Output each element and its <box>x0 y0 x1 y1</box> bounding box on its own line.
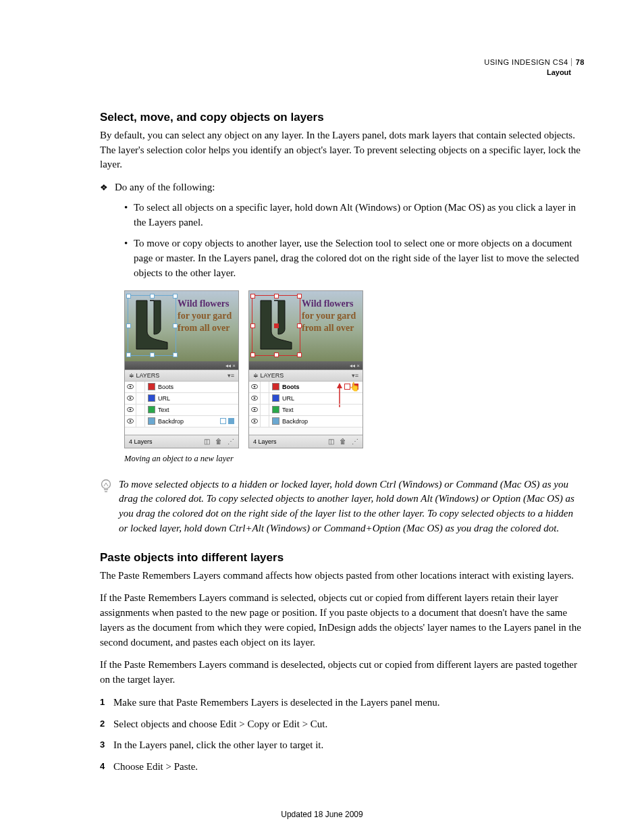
heading-select-move-copy: Select, move, and copy objects on layers <box>100 111 585 124</box>
trash-icon: 🗑 <box>340 438 346 445</box>
bullet-list: To select all objects on a specific laye… <box>124 201 585 281</box>
svg-point-18 <box>102 479 111 488</box>
figure-canvas: Wild flowers for your gard from all over <box>249 291 363 361</box>
panel-menu-icon: ▾≡ <box>227 372 238 379</box>
overlay-text: Wild flowers for your gard from all over <box>178 298 236 335</box>
instruction-lead: ❖ Do any of the following: <box>100 180 585 195</box>
paragraph: If the Paste Remembers Layers command is… <box>100 658 585 687</box>
visibility-icon <box>125 393 136 404</box>
panel-footer: 4 Layers ◫🗑⋰ <box>125 435 238 448</box>
heading-paste-objects: Paste objects into different layers <box>100 551 585 565</box>
paragraph: If the Paste Remembers Layers command is… <box>100 591 585 650</box>
panel-tab-label: LAYERS <box>136 372 160 379</box>
tip-block: To move selected objects to a hidden or … <box>100 477 585 536</box>
figure-left: Wild flowers for your gard from all over… <box>124 290 239 448</box>
panel-tab-label: LAYERS <box>261 372 284 379</box>
section-name: Layout <box>100 68 585 78</box>
visibility-icon <box>249 416 261 427</box>
layer-row: URL <box>249 393 363 405</box>
layers-list: Boots 👆 URL <box>249 382 363 435</box>
layer-row: URL <box>125 393 238 405</box>
svg-point-1 <box>130 386 132 388</box>
step-item: Make sure that Paste Remembers Layers is… <box>100 696 585 710</box>
intro-paragraph: By default, you can select any object on… <box>100 128 585 172</box>
visibility-icon <box>249 405 261 415</box>
step-item: In the Layers panel, click the other lay… <box>100 738 585 753</box>
visibility-icon <box>125 405 136 415</box>
new-layer-icon: ◫ <box>204 438 210 445</box>
layer-row: Boots 👆 <box>249 382 363 393</box>
svg-point-5 <box>130 409 132 411</box>
svg-point-3 <box>130 397 132 399</box>
step-item: Select objects and choose Edit > Copy or… <box>100 717 585 732</box>
panel-footer: 4 Layers ◫🗑⋰ <box>249 435 363 448</box>
panel-tab-row: ≑ LAYERS ▾≡ <box>249 369 363 382</box>
visibility-icon <box>249 393 261 404</box>
footer-updated: Updated 18 June 2009 <box>0 810 644 819</box>
figure-pair: Wild flowers for your gard from all over… <box>124 290 585 448</box>
figure-caption: Moving an object to a new layer <box>124 454 585 464</box>
layer-row: Backdrop <box>249 416 363 427</box>
layers-list: Boots URL Text Ba <box>125 382 238 435</box>
layer-count: 4 Layers <box>253 438 277 445</box>
running-header: USING INDESIGN CS478 Layout <box>100 57 585 78</box>
svg-point-7 <box>130 420 132 422</box>
step-item: Choose Edit > Paste. <box>100 760 585 775</box>
resize-grip-icon: ⋰ <box>352 438 358 445</box>
bullet-item: To move or copy objects to another layer… <box>124 236 585 280</box>
svg-point-15 <box>254 409 256 411</box>
visibility-icon <box>125 416 136 427</box>
diamond-icon: ❖ <box>100 182 108 197</box>
trash-icon: 🗑 <box>215 438 222 445</box>
figure-canvas: Wild flowers for your gard from all over <box>125 291 238 361</box>
panel-menu-icon: ▾≡ <box>352 372 363 379</box>
page-number: 78 <box>571 58 585 66</box>
layer-row: Text <box>125 405 238 416</box>
figure-right: Wild flowers for your gard from all over… <box>248 290 363 448</box>
layer-row: Boots <box>125 382 238 393</box>
visibility-icon <box>249 382 261 392</box>
paragraph: The Paste Remembers Layers command affec… <box>100 569 585 583</box>
resize-grip-icon: ⋰ <box>227 438 234 445</box>
visibility-icon <box>125 382 136 392</box>
layer-row: Backdrop <box>125 416 238 427</box>
layer-count: 4 Layers <box>129 438 153 445</box>
panel-titlebar: ◂◂ × <box>125 361 238 369</box>
product-name: USING INDESIGN CS4 <box>484 58 568 66</box>
svg-line-19 <box>104 483 106 486</box>
svg-line-20 <box>106 483 108 486</box>
instruction-lead-text: Do any of the following: <box>115 180 215 195</box>
tip-text: To move selected objects to a hidden or … <box>119 477 585 536</box>
svg-marker-11 <box>337 383 342 388</box>
svg-point-9 <box>254 386 256 388</box>
layer-row: Text <box>249 405 363 416</box>
bullet-item: To select all objects on a specific laye… <box>124 201 585 230</box>
overlay-text: Wild flowers for your gard from all over <box>302 298 360 335</box>
step-list: Make sure that Paste Remembers Layers is… <box>100 696 585 775</box>
panel-titlebar: ◂◂ × <box>249 361 363 369</box>
lightbulb-icon <box>100 479 112 536</box>
svg-point-17 <box>254 420 256 422</box>
svg-point-13 <box>254 397 256 399</box>
panel-tab-row: ≑ LAYERS ▾≡ <box>125 369 238 382</box>
new-layer-icon: ◫ <box>328 438 334 445</box>
